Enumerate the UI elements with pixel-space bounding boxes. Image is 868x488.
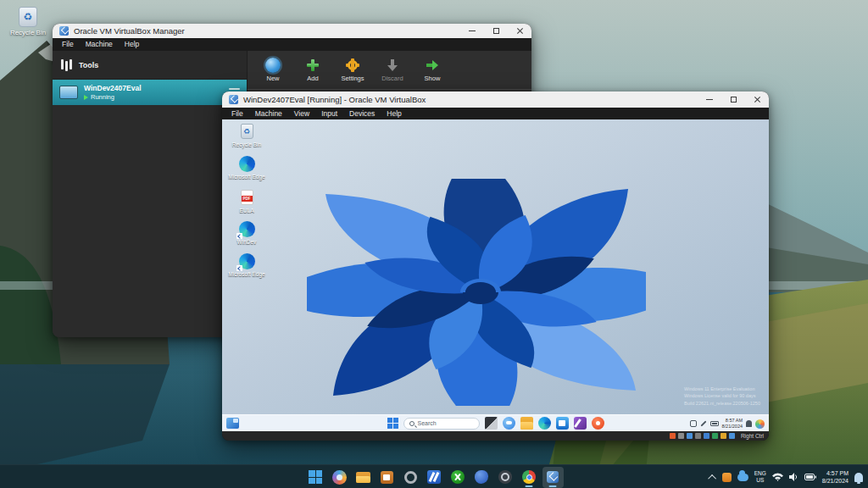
notifications-icon[interactable] bbox=[746, 420, 752, 427]
guest-edge-shortcut[interactable]: Microsoft Edge bbox=[227, 156, 266, 180]
chat-icon[interactable] bbox=[503, 417, 515, 430]
host-date: 8/21/2024 bbox=[822, 477, 849, 485]
app-icon bbox=[427, 470, 441, 484]
new-vm-button[interactable]: New bbox=[259, 58, 287, 82]
microsoft-store-icon[interactable] bbox=[556, 417, 569, 430]
vm-menu-machine[interactable]: Machine bbox=[249, 108, 288, 119]
guest-start-button[interactable] bbox=[387, 418, 398, 429]
new-icon bbox=[265, 58, 281, 73]
vm-minimize-button[interactable] bbox=[698, 92, 721, 108]
guest-edge-shortcut-2[interactable]: Microsoft Edge bbox=[227, 253, 266, 277]
edge-icon[interactable] bbox=[538, 417, 551, 430]
host-app-slashes[interactable] bbox=[424, 467, 445, 488]
vm-menu-file[interactable]: File bbox=[225, 108, 249, 119]
guest-pdf-shortcut[interactable]: PDF EULA bbox=[227, 189, 266, 214]
manager-menu-help[interactable]: Help bbox=[119, 39, 145, 50]
audio-status-icon[interactable] bbox=[687, 433, 693, 439]
show-button[interactable]: Show bbox=[419, 58, 446, 82]
hard-disk-status-icon[interactable] bbox=[670, 433, 676, 439]
show-label: Show bbox=[425, 75, 441, 82]
recording-status-icon[interactable] bbox=[729, 433, 735, 439]
paint3d-icon bbox=[475, 470, 488, 484]
shared-folders-status-icon[interactable] bbox=[712, 433, 718, 439]
tray-app-icon[interactable] bbox=[722, 473, 732, 482]
copilot-icon[interactable] bbox=[755, 419, 765, 429]
onedrive-icon[interactable] bbox=[737, 474, 748, 481]
vm-maximize-button[interactable] bbox=[721, 92, 745, 108]
vm-menu-input[interactable]: Input bbox=[315, 108, 343, 119]
close-icon bbox=[516, 27, 524, 35]
vm-thumbnail-icon bbox=[59, 86, 78, 99]
usb-status-icon[interactable] bbox=[704, 433, 709, 439]
microsoft-store-icon bbox=[381, 471, 393, 484]
host-widgets-button[interactable] bbox=[329, 467, 350, 488]
host-settings[interactable] bbox=[400, 467, 421, 488]
battery-icon[interactable] bbox=[804, 474, 816, 480]
guest-clock[interactable]: 8:57 AM 8/21/2024 bbox=[722, 418, 743, 430]
edge-icon bbox=[239, 156, 255, 172]
settings-button[interactable]: Settings bbox=[339, 58, 366, 82]
manager-title: Oracle VM VirtualBox Manager bbox=[74, 26, 185, 36]
vm-titlebar[interactable]: WinDev2407Eval [Running] - Oracle VM Vir… bbox=[222, 92, 769, 108]
add-vm-button[interactable]: Add bbox=[299, 58, 326, 82]
language-indicator[interactable]: ENG US bbox=[754, 470, 766, 484]
manager-menubar: File Machine Help bbox=[53, 38, 531, 51]
speaker-icon[interactable] bbox=[789, 473, 798, 481]
tray-icon[interactable] bbox=[690, 420, 697, 427]
manager-menu-file[interactable]: File bbox=[56, 39, 80, 50]
watermark-line: Windows 11 Enterprise Evaluation bbox=[684, 385, 760, 393]
pen-icon[interactable] bbox=[700, 420, 706, 426]
vm-guest-window: WinDev2407Eval [Running] - Oracle VM Vir… bbox=[222, 92, 769, 441]
file-explorer-icon[interactable] bbox=[520, 417, 533, 430]
guest-system-tray: 8:57 AM 8/21/2024 bbox=[690, 415, 765, 431]
guest-search-box[interactable]: Search bbox=[403, 418, 480, 430]
guest-date: 8/21/2024 bbox=[722, 424, 743, 430]
optical-drive-status-icon[interactable] bbox=[678, 433, 684, 439]
battery-icon[interactable] bbox=[710, 421, 719, 426]
display-status-icon[interactable] bbox=[721, 433, 726, 439]
file-explorer-icon bbox=[356, 472, 370, 483]
manager-menu-machine[interactable]: Machine bbox=[80, 39, 119, 50]
host-xbox[interactable] bbox=[448, 467, 469, 488]
host-chrome[interactable] bbox=[519, 467, 540, 488]
manager-maximize-button[interactable] bbox=[484, 24, 508, 38]
host-recycle-bin[interactable]: ♻ Recycle Bin bbox=[8, 7, 47, 36]
running-indicator bbox=[549, 485, 557, 487]
notifications-bell-icon[interactable] bbox=[854, 473, 863, 482]
wifi-icon[interactable] bbox=[772, 473, 783, 481]
guest-icon-label: EULA bbox=[227, 208, 266, 214]
host-system-tray: ENG US 4:57 PM 8/21/2024 bbox=[710, 465, 863, 488]
discard-icon bbox=[385, 58, 400, 73]
vm-close-button[interactable] bbox=[745, 92, 769, 108]
running-indicator bbox=[526, 485, 533, 487]
vm-menu-devices[interactable]: Devices bbox=[343, 108, 381, 119]
host-clock[interactable]: 4:57 PM 8/21/2024 bbox=[822, 469, 849, 485]
guest-desktop[interactable]: ♻ Recycle Bin Microsoft Edge PDF EULA Wi… bbox=[222, 119, 769, 431]
tools-header[interactable]: Tools bbox=[53, 51, 247, 80]
host-start-button[interactable] bbox=[305, 467, 326, 488]
manager-toolbar: New Add Settings Discard bbox=[248, 51, 531, 90]
vm-menu-help[interactable]: Help bbox=[381, 108, 407, 119]
virtualbox-logo-icon bbox=[59, 26, 69, 36]
host-file-explorer[interactable] bbox=[353, 467, 374, 488]
host-virtualbox[interactable] bbox=[542, 467, 564, 488]
guest-app-shortcut[interactable]: WinDev bbox=[227, 221, 266, 245]
tools-icon bbox=[61, 59, 72, 71]
visual-studio-icon[interactable] bbox=[574, 417, 587, 430]
manager-close-button[interactable] bbox=[508, 24, 531, 38]
manager-titlebar[interactable]: Oracle VM VirtualBox Manager bbox=[53, 24, 531, 38]
host-ring-app[interactable] bbox=[495, 467, 516, 488]
host-paint3d[interactable] bbox=[471, 467, 492, 488]
new-label: New bbox=[266, 75, 279, 82]
task-view-icon[interactable] bbox=[485, 417, 498, 430]
chrome-icon bbox=[522, 470, 536, 484]
vm-list-item[interactable]: WinDev2407Eval Running bbox=[53, 80, 247, 105]
widgets-icon[interactable] bbox=[226, 418, 239, 429]
network-status-icon[interactable] bbox=[695, 433, 701, 439]
guest-recycle-bin[interactable]: ♻ Recycle Bin bbox=[227, 123, 266, 147]
host-store[interactable] bbox=[376, 467, 398, 488]
vm-menu-view[interactable]: View bbox=[288, 108, 315, 119]
devhome-icon[interactable] bbox=[592, 417, 604, 430]
recycle-bin-icon: ♻ bbox=[19, 7, 37, 27]
manager-minimize-button[interactable] bbox=[460, 24, 484, 38]
